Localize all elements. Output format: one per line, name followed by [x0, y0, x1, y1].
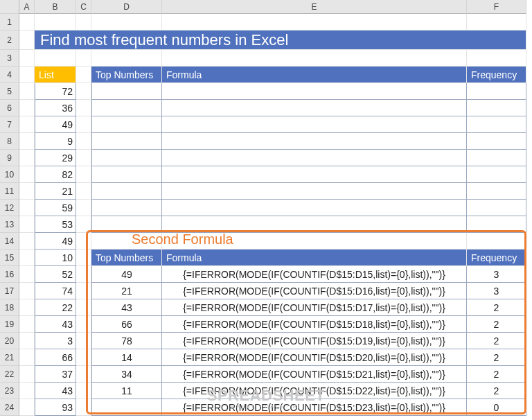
- col-header-b[interactable]: B: [35, 0, 76, 14]
- row-header[interactable]: 13: [0, 216, 19, 233]
- row-header[interactable]: 3: [0, 50, 19, 67]
- table2-header-freq: Frequency: [467, 250, 526, 266]
- row-header[interactable]: 12: [0, 200, 19, 216]
- list-cell[interactable]: 49: [35, 233, 76, 250]
- list-cell[interactable]: 74: [35, 283, 76, 299]
- t2-top[interactable]: 14: [91, 349, 162, 366]
- row-header[interactable]: 9: [0, 150, 19, 166]
- table2-header-formula: Formula: [162, 250, 467, 266]
- row-header[interactable]: 10: [0, 166, 19, 183]
- table1-header-freq: Frequency: [467, 67, 526, 83]
- list-cell[interactable]: 10: [35, 250, 76, 266]
- t2-top[interactable]: 21: [91, 283, 162, 299]
- t2-formula[interactable]: {=IFERROR(MODE(IF(COUNTIF(D$15:D15,list)…: [162, 266, 467, 283]
- t2-top[interactable]: 43: [91, 299, 162, 316]
- list-cell[interactable]: 82: [35, 166, 76, 183]
- row-header[interactable]: 17: [0, 283, 19, 299]
- row-header[interactable]: 24: [0, 399, 19, 416]
- table1-header-top: Top Numbers: [91, 67, 162, 83]
- row-header[interactable]: 11: [0, 183, 19, 200]
- t2-formula[interactable]: {=IFERROR(MODE(IF(COUNTIF(D$15:D21,list)…: [162, 366, 467, 383]
- row-header[interactable]: 8: [0, 133, 19, 150]
- list-header: List: [35, 67, 76, 83]
- t2-freq[interactable]: 3: [467, 266, 526, 283]
- table1-header-formula: Formula: [162, 67, 467, 83]
- col-header-a[interactable]: A: [19, 0, 35, 14]
- row-header[interactable]: 16: [0, 266, 19, 283]
- list-cell[interactable]: 29: [35, 150, 76, 166]
- t2-formula[interactable]: {=IFERROR(MODE(IF(COUNTIF(D$15:D23,list)…: [162, 399, 467, 416]
- row-header[interactable]: 1: [0, 14, 19, 30]
- row-header[interactable]: 22: [0, 366, 19, 383]
- list-cell[interactable]: 21: [35, 183, 76, 200]
- t2-top[interactable]: 49: [91, 266, 162, 283]
- list-cell[interactable]: 53: [35, 216, 76, 233]
- list-cell[interactable]: 43: [35, 316, 76, 333]
- t2-formula[interactable]: {=IFERROR(MODE(IF(COUNTIF(D$15:D17,list)…: [162, 299, 467, 316]
- row-header[interactable]: 23: [0, 383, 19, 399]
- list-cell[interactable]: 43: [35, 383, 76, 399]
- list-cell[interactable]: 93: [35, 399, 76, 416]
- row-header[interactable]: 14: [0, 233, 19, 250]
- t2-freq[interactable]: 0: [467, 399, 526, 416]
- list-cell[interactable]: 37: [35, 366, 76, 383]
- col-header-e[interactable]: E: [162, 0, 467, 14]
- t2-freq[interactable]: 2: [467, 366, 526, 383]
- list-cell[interactable]: 72: [35, 83, 76, 100]
- list-cell[interactable]: 52: [35, 266, 76, 283]
- col-header-c[interactable]: C: [76, 0, 91, 14]
- row-header[interactable]: 21: [0, 349, 19, 366]
- row-header[interactable]: 4: [0, 67, 19, 83]
- t2-formula[interactable]: {=IFERROR(MODE(IF(COUNTIF(D$15:D22,list)…: [162, 383, 467, 399]
- list-cell[interactable]: 49: [35, 116, 76, 133]
- list-cell[interactable]: 3: [35, 333, 76, 349]
- t2-top[interactable]: 34: [91, 366, 162, 383]
- table2-header-top: Top Numbers: [91, 250, 162, 266]
- cell-grid[interactable]: Find most frequent numbers in Excel List…: [19, 14, 532, 420]
- t2-freq[interactable]: 2: [467, 316, 526, 333]
- t2-freq[interactable]: 2: [467, 383, 526, 399]
- row-headers: 1 2 3 4 5 6 7 8 9 10 11 12 13 14 15 16 1…: [0, 0, 19, 416]
- column-headers: A B C D E F: [19, 0, 532, 14]
- page-title: Find most frequent numbers in Excel: [35, 30, 526, 50]
- t2-formula[interactable]: {=IFERROR(MODE(IF(COUNTIF(D$15:D19,list)…: [162, 333, 467, 349]
- t2-formula[interactable]: {=IFERROR(MODE(IF(COUNTIF(D$15:D20,list)…: [162, 349, 467, 366]
- t2-freq[interactable]: 2: [467, 349, 526, 366]
- col-header-f[interactable]: F: [467, 0, 526, 14]
- callout-label: Second Formula: [132, 231, 233, 247]
- t2-formula[interactable]: {=IFERROR(MODE(IF(COUNTIF(D$15:D16,list)…: [162, 283, 467, 299]
- t2-top[interactable]: 66: [91, 316, 162, 333]
- t2-freq[interactable]: 2: [467, 333, 526, 349]
- row-header[interactable]: 7: [0, 116, 19, 133]
- t2-top[interactable]: [91, 399, 162, 416]
- t2-top[interactable]: 11: [91, 383, 162, 399]
- t2-freq[interactable]: 3: [467, 283, 526, 299]
- list-cell[interactable]: 36: [35, 100, 76, 116]
- row-header[interactable]: 15: [0, 250, 19, 266]
- row-header[interactable]: 6: [0, 100, 19, 116]
- row-header[interactable]: 2: [0, 30, 19, 50]
- row-header[interactable]: 18: [0, 299, 19, 316]
- list-cell[interactable]: 66: [35, 349, 76, 366]
- t2-top[interactable]: 78: [91, 333, 162, 349]
- t2-formula[interactable]: {=IFERROR(MODE(IF(COUNTIF(D$15:D18,list)…: [162, 316, 467, 333]
- list-cell[interactable]: 22: [35, 299, 76, 316]
- t2-freq[interactable]: 2: [467, 299, 526, 316]
- row-header[interactable]: 19: [0, 316, 19, 333]
- list-cell[interactable]: 9: [35, 133, 76, 150]
- row-header[interactable]: 20: [0, 333, 19, 349]
- row-header[interactable]: 5: [0, 83, 19, 100]
- spreadsheet-area: A B C D E F 1 2 3 4 5 6 7 8 9 10 11 12 1…: [0, 0, 532, 420]
- col-header-d[interactable]: D: [91, 0, 162, 14]
- list-cell[interactable]: 59: [35, 200, 76, 216]
